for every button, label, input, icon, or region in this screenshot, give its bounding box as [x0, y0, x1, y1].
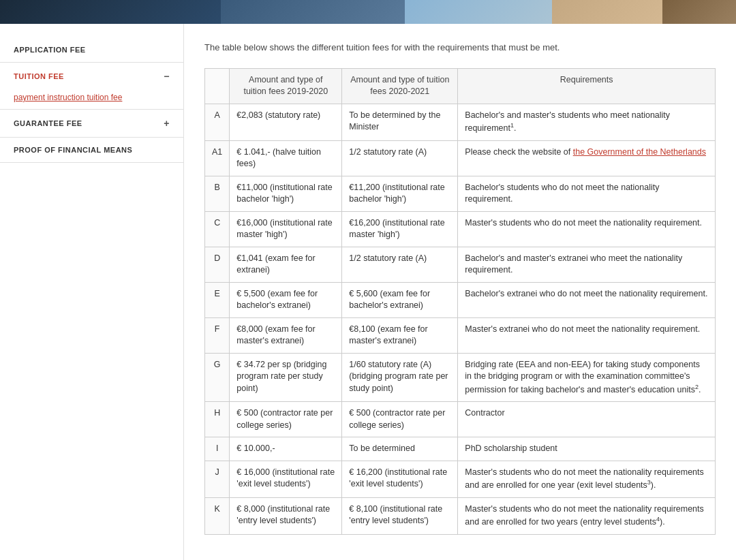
- row-label-h: H: [205, 402, 230, 437]
- row-b-col2: €11,200 (institutional rate bachelor 'hi…: [342, 176, 458, 211]
- table-row: C €16,000 (institutional rate master 'hi…: [205, 211, 716, 247]
- table-row: I € 10.000,- To be determined PhD schola…: [205, 437, 716, 461]
- row-j-col2: € 16,200 (institutional rate 'exit level…: [342, 461, 458, 497]
- row-label-b: B: [205, 176, 230, 211]
- sidebar-label-guarantee-fee: GUARANTEE FEE: [14, 119, 82, 127]
- table-row: E € 5,500 (exam fee for bachelor's extra…: [205, 282, 716, 317]
- table-row: B €11,000 (institutional rate bachelor '…: [205, 176, 716, 211]
- row-h-col2: € 500 (contractor rate per college serie…: [342, 402, 458, 437]
- row-i-col1: € 10.000,-: [230, 437, 342, 461]
- row-a1-col3: Please check the website of the Governme…: [458, 140, 716, 176]
- row-k-col3: Master's students who do not meet the na…: [458, 497, 716, 534]
- sidebar-item-payment-instruction[interactable]: payment instruction tuition fee: [0, 90, 183, 109]
- page-layout: APPLICATION FEE TUITION FEE − payment in…: [0, 24, 736, 560]
- row-c-col2: €16,200 (institutional rate master 'high…: [342, 211, 458, 247]
- row-a1-col2: 1/2 statutory rate (A): [342, 140, 458, 176]
- row-g-col2: 1/60 statutory rate (A) (bridging progra…: [342, 353, 458, 402]
- intro-text: The table below shows the different tuit…: [204, 41, 716, 55]
- table-row: H € 500 (contractor rate per college ser…: [205, 402, 716, 437]
- table-header-2020-2021: Amount and type of tuition fees 2020-202…: [342, 68, 458, 104]
- sidebar-label-application-fee: APPLICATION FEE: [14, 46, 86, 54]
- tuition-fee-table: Amount and type of tuition fees 2019-202…: [204, 68, 716, 535]
- row-d-col3: Bachelor's and master's extranei who mee…: [458, 247, 716, 282]
- row-j-col3: Master's students who do not meet the na…: [458, 461, 716, 497]
- row-d-col1: €1,041 (exam fee for extranei): [230, 247, 342, 282]
- row-i-col3: PhD scholarship student: [458, 437, 716, 461]
- sidebar-label-payment-instruction: payment instruction tuition fee: [14, 93, 122, 102]
- hero-banner: [0, 0, 736, 24]
- row-label-c: C: [205, 211, 230, 247]
- table-row: D €1,041 (exam fee for extranei) 1/2 sta…: [205, 247, 716, 282]
- row-g-col3: Bridging rate (EEA and non-EEA) for taki…: [458, 353, 716, 402]
- row-c-col3: Master's students who do not meet the na…: [458, 211, 716, 247]
- row-h-col1: € 500 (contractor rate per college serie…: [230, 402, 342, 437]
- row-label-a1: A1: [205, 140, 230, 176]
- sidebar-label-tuition-fee: TUITION FEE: [14, 72, 64, 80]
- row-b-col3: Bachelor's students who do not meet the …: [458, 176, 716, 211]
- sidebar-label-proof-financial-means: PROOF OF FINANCIAL MEANS: [14, 146, 132, 154]
- sidebar-item-proof-financial-means[interactable]: PROOF OF FINANCIAL MEANS: [0, 138, 183, 162]
- sidebar: APPLICATION FEE TUITION FEE − payment in…: [0, 24, 184, 560]
- row-d-col2: 1/2 statutory rate (A): [342, 247, 458, 282]
- sidebar-item-tuition-fee[interactable]: TUITION FEE −: [0, 63, 183, 90]
- row-a1-col1: € 1.041,- (halve tuition fees): [230, 140, 342, 176]
- sidebar-item-application-fee[interactable]: APPLICATION FEE: [0, 37, 183, 62]
- row-label-i: I: [205, 437, 230, 461]
- row-label-d: D: [205, 247, 230, 282]
- row-label-k: K: [205, 497, 230, 534]
- plus-icon: +: [164, 118, 170, 129]
- table-row: J € 16,000 (institutional rate 'exit lev…: [205, 461, 716, 497]
- table-row: G € 34.72 per sp (bridging program rate …: [205, 353, 716, 402]
- row-f-col1: €8,000 (exam fee for master's extranei): [230, 317, 342, 353]
- table-header-2019-2020: Amount and type of tuition fees 2019-202…: [230, 68, 342, 104]
- row-k-col1: € 8,000 (institutional rate 'entry level…: [230, 497, 342, 534]
- row-label-a: A: [205, 104, 230, 140]
- table-row: K € 8,000 (institutional rate 'entry lev…: [205, 497, 716, 534]
- row-label-j: J: [205, 461, 230, 497]
- minus-icon: −: [164, 71, 170, 82]
- row-f-col2: €8,100 (exam fee for master's extranei): [342, 317, 458, 353]
- row-i-col2: To be determined: [342, 437, 458, 461]
- row-e-col3: Bachelor's extranei who do not meet the …: [458, 282, 716, 317]
- row-f-col3: Master's extranei who do not meet the na…: [458, 317, 716, 353]
- gov-netherlands-link[interactable]: the Government of the Netherlands: [573, 147, 706, 157]
- row-g-col1: € 34.72 per sp (bridging program rate pe…: [230, 353, 342, 402]
- table-row: A1 € 1.041,- (halve tuition fees) 1/2 st…: [205, 140, 716, 176]
- row-h-col3: Contractor: [458, 402, 716, 437]
- row-a-col1: €2,083 (statutory rate): [230, 104, 342, 140]
- row-e-col1: € 5,500 (exam fee for bachelor's extrane…: [230, 282, 342, 317]
- row-k-col2: € 8,100 (institutional rate 'entry level…: [342, 497, 458, 534]
- row-label-g: G: [205, 353, 230, 402]
- row-j-col1: € 16,000 (institutional rate 'exit level…: [230, 461, 342, 497]
- main-content: The table below shows the different tuit…: [184, 24, 736, 560]
- row-label-f: F: [205, 317, 230, 353]
- table-header-requirements: Requirements: [458, 68, 716, 104]
- row-label-e: E: [205, 282, 230, 317]
- row-a-col2: To be determined by the Minister: [342, 104, 458, 140]
- sidebar-divider-4: [0, 162, 183, 163]
- row-b-col1: €11,000 (institutional rate bachelor 'hi…: [230, 176, 342, 211]
- row-a-col3: Bachelor's and master's students who mee…: [458, 104, 716, 140]
- row-e-col2: € 5,600 (exam fee for bachelor's extrane…: [342, 282, 458, 317]
- table-header-label: [205, 68, 230, 104]
- row-c-col1: €16,000 (institutional rate master 'high…: [230, 211, 342, 247]
- table-row: A €2,083 (statutory rate) To be determin…: [205, 104, 716, 140]
- sidebar-item-guarantee-fee[interactable]: GUARANTEE FEE +: [0, 110, 183, 137]
- table-row: F €8,000 (exam fee for master's extranei…: [205, 317, 716, 353]
